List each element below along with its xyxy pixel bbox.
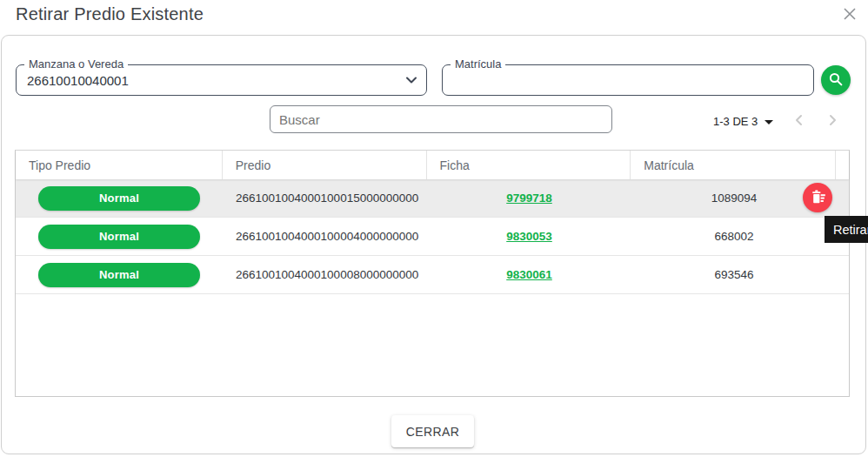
retirar-button[interactable] [803,183,832,212]
ficha-link[interactable]: 9830053 [506,230,552,243]
chevron-left-icon [792,113,806,130]
next-page-button[interactable] [825,113,839,130]
caret-down-icon[interactable] [765,120,773,124]
prev-page-button[interactable] [792,113,806,130]
predio-cell: 2661001004000100015000000000 [223,192,427,205]
table-row[interactable]: Normal 2661001004000100004000000000 9830… [16,218,849,256]
col-header-tipo-predio: Tipo Predio [16,151,223,179]
matricula-input[interactable] [451,67,808,93]
page-range-label: 1-3 DE 3 [713,115,758,128]
search-button[interactable] [821,65,851,95]
matricula-field: Matrícula [442,64,814,96]
col-header-matricula: Matrícula [631,151,836,179]
predios-table: Tipo Predio Predio Ficha Matrícula Norma… [15,150,850,397]
table-row[interactable]: Normal 2661001004000100015000000000 9799… [16,179,849,218]
search-icon [827,71,845,91]
manzana-value: 26610010040001 [27,65,129,95]
predio-cell: 2661001004000100008000000000 [223,268,427,281]
table-row[interactable]: Normal 2661001004000100008000000000 9830… [16,256,849,294]
close-button[interactable] [838,3,861,26]
predio-cell: 2661001004000100004000000000 [223,230,427,243]
ficha-link[interactable]: 9830061 [506,268,552,281]
table-header: Tipo Predio Predio Ficha Matrícula [16,151,849,179]
cerrar-button[interactable]: CERRAR [391,415,474,447]
col-header-predio: Predio [223,151,427,179]
matricula-cell: 668002 [631,230,837,243]
manzana-select[interactable]: Manzana o Vereda 26610010040001 [16,64,427,96]
chevron-down-icon [404,72,419,91]
ficha-link[interactable]: 9799718 [506,192,552,205]
col-header-ficha: Ficha [427,151,631,179]
chevron-right-icon [825,113,839,130]
retirar-predio-dialog: Retirar Predio Existente Manzana o Vered… [0,0,868,457]
status-badge: Normal [38,186,200,211]
table-filter-input[interactable] [270,105,612,133]
status-badge: Normal [38,225,200,249]
delete-sweep-icon [809,188,826,208]
close-icon [842,6,858,24]
retirar-tooltip: Retirar [825,216,868,243]
col-header-actions [836,151,849,179]
dialog-title: Retirar Predio Existente [16,4,204,24]
status-badge: Normal [38,263,200,287]
matricula-cell: 693546 [631,268,837,281]
paginator: 1-3 DE 3 [713,108,839,134]
